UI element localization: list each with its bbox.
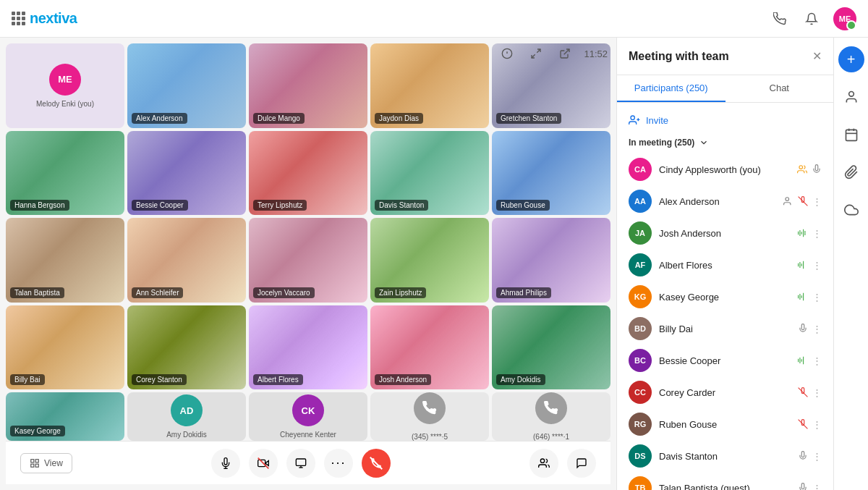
close-button[interactable]: ✕ (812, 49, 822, 63)
bottom-controls: View ··· (6, 441, 610, 484)
invite-button[interactable]: Invite (617, 109, 833, 132)
user-avatar[interactable]: ME (833, 7, 856, 30)
end-call-button[interactable] (362, 449, 391, 478)
video-cell-1[interactable]: ME Melody Enki (you) (6, 43, 124, 128)
video-cell-25[interactable]: (646) ****·1 (492, 392, 610, 441)
cell-name-6: Hanna Bergson (10, 200, 69, 211)
nav-cloud-icon[interactable] (838, 197, 864, 223)
participant-name: Corey Carder (659, 387, 791, 398)
svg-line-4 (532, 54, 535, 58)
participant-row: AA Alex Anderson ⋮ (617, 185, 833, 217)
svg-rect-7 (35, 459, 38, 462)
video-cell-19[interactable]: Josh Anderson (370, 305, 489, 390)
cell-name-17: Corey Stanton (132, 374, 187, 385)
more-options-btn[interactable]: ⋮ (812, 355, 822, 366)
add-button[interactable]: + (838, 46, 864, 72)
video-cell-10[interactable]: Ruben Gouse (492, 131, 610, 216)
me-initials: ME (839, 14, 851, 23)
cell-name-11: Talan Baptista (10, 287, 64, 298)
more-button[interactable]: ··· (324, 449, 353, 478)
phone-icon-1 (414, 392, 446, 424)
participants-list: Invite In meeting (250) CA Cindy Applesw… (617, 103, 833, 490)
participant-row: JA Josh Anderson ⋮ (617, 217, 833, 249)
cell-name-25: (646) ****·1 (533, 433, 569, 441)
participant-row: BD Billy Dai ⋮ (617, 313, 833, 345)
participant-controls (797, 164, 822, 174)
video-cell-4[interactable]: Jaydon Dias (370, 43, 489, 128)
video-grid: ME Melody Enki (you) Alex Anderson Dulce… (6, 43, 610, 441)
participant-avatar: CA (629, 158, 652, 181)
topbar: nextiva ME (0, 0, 868, 38)
more-options-btn[interactable]: ⋮ (812, 292, 822, 303)
video-cell-24[interactable]: (345) ****·5 (370, 392, 489, 441)
video-cell-6[interactable]: Hanna Bergson (6, 131, 124, 216)
view-label: View (44, 458, 63, 468)
video-cell-14[interactable]: Zain Lipshutz (370, 218, 489, 303)
more-options-btn[interactable]: ⋮ (812, 324, 822, 334)
more-options-btn[interactable]: ⋮ (812, 451, 822, 462)
more-options-btn[interactable]: ⋮ (812, 419, 822, 430)
video-toolbar: 11:52 (497, 43, 608, 64)
video-cell-3[interactable]: Dulce Mango (249, 43, 367, 128)
expand-icon[interactable] (526, 43, 546, 64)
logo-text: nextiva (30, 10, 77, 27)
mic-button[interactable] (211, 449, 240, 478)
more-options-btn[interactable]: ⋮ (812, 387, 822, 398)
svg-rect-15 (296, 459, 305, 465)
phone-icon[interactable] (770, 9, 790, 29)
view-button[interactable]: View (20, 453, 72, 473)
participant-row: TB Talan Baptista (guest) ⋮ (617, 472, 833, 490)
cell-name-19: Josh Anderson (375, 374, 431, 385)
video-cell-11[interactable]: Talan Baptista (6, 218, 124, 303)
participant-avatar: DS (629, 444, 652, 468)
svg-point-20 (631, 116, 634, 119)
cell-name-18: Albert Flores (253, 374, 303, 385)
cell-name-16: Billy Bai (10, 374, 45, 385)
participant-avatar: AA (629, 190, 652, 213)
participant-controls: ⋮ (798, 419, 822, 430)
participant-controls: ⋮ (798, 324, 822, 334)
video-cell-18[interactable]: Albert Flores (249, 305, 367, 390)
participant-avatar: JA (629, 221, 652, 245)
popout-icon[interactable] (555, 43, 575, 64)
more-options-btn[interactable]: ⋮ (812, 228, 822, 239)
nav-contacts-icon[interactable] (838, 84, 864, 110)
video-cell-23[interactable]: CK Cheyenne Kenter (249, 392, 367, 441)
svg-rect-46 (846, 130, 856, 140)
video-cell-9[interactable]: Davis Stanton (370, 131, 489, 216)
video-cell-20[interactable]: Amy Dokidis (492, 305, 610, 390)
video-cell-17[interactable]: Corey Stanton (127, 305, 246, 390)
video-cell-12[interactable]: Ann Schleifer (127, 218, 246, 303)
participant-avatar: KG (629, 285, 652, 308)
video-button[interactable] (249, 449, 278, 478)
participant-name: Davis Stanton (659, 451, 791, 462)
video-cell-21[interactable]: Kasey George (6, 392, 124, 441)
nav-calendar-icon[interactable] (838, 122, 864, 148)
video-cell-22[interactable]: AD Amy Dokidis (127, 392, 246, 441)
share-button[interactable] (286, 449, 315, 478)
info-icon[interactable] (497, 43, 517, 64)
grid-icon[interactable] (12, 12, 25, 25)
svg-point-23 (799, 166, 803, 169)
cell-name-14: Zain Lipshutz (375, 287, 426, 298)
bell-icon[interactable] (801, 9, 822, 29)
chat-button[interactable] (567, 449, 596, 478)
more-options-btn[interactable]: ⋮ (812, 196, 822, 207)
participant-controls: ⋮ (798, 260, 822, 271)
video-cell-15[interactable]: Ahmad Philips (492, 218, 610, 303)
video-cell-13[interactable]: Jocelyn Vaccaro (249, 218, 367, 303)
video-cell-2[interactable]: Alex Anderson (127, 43, 246, 128)
participant-name: Alex Anderson (659, 196, 776, 207)
sidebar-tabs: Participants (250) Chat (617, 75, 833, 103)
video-cell-16[interactable]: Billy Bai (6, 305, 124, 390)
nav-attachment-icon[interactable] (838, 159, 864, 185)
participants-button[interactable] (529, 449, 558, 478)
more-options-btn[interactable]: ⋮ (812, 483, 822, 491)
participant-name: Albert Flores (659, 260, 791, 271)
video-cell-8[interactable]: Terry Lipshutz (249, 131, 367, 216)
tab-chat[interactable]: Chat (726, 75, 834, 102)
sidebar: Meeting with team ✕ Participants (250) C… (616, 38, 833, 490)
video-cell-7[interactable]: Bessie Cooper (127, 131, 246, 216)
more-options-btn[interactable]: ⋮ (812, 260, 822, 271)
tab-participants[interactable]: Participants (250) (617, 75, 726, 102)
